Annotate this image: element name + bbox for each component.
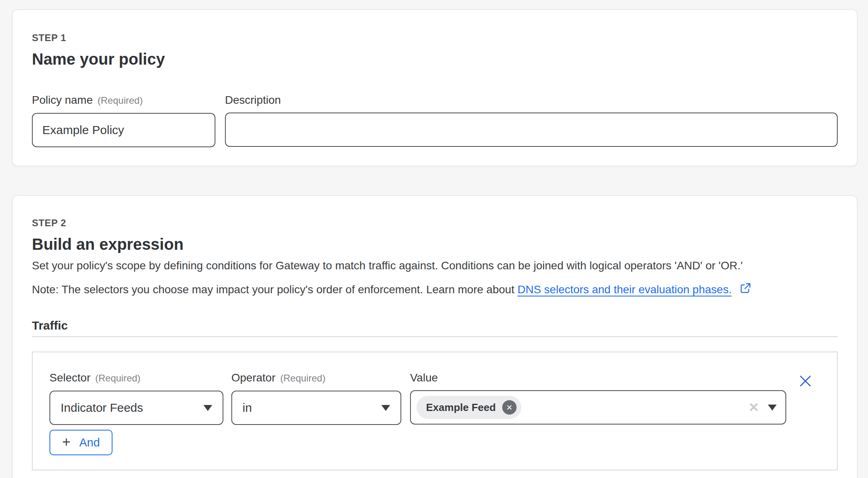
step2-note-prefix: Note: The selectors you choose may impac…: [32, 283, 517, 296]
selector-required-hint: (Required): [95, 373, 140, 383]
step2-label: STEP 2: [32, 217, 838, 229]
policy-name-required-hint: (Required): [98, 95, 143, 106]
operator-dropdown[interactable]: in: [231, 391, 401, 425]
step2-card: STEP 2 Build an expression Set your poli…: [12, 195, 858, 478]
external-link-icon: [739, 282, 752, 295]
selector-dropdown[interactable]: Indicator Feeds: [49, 391, 223, 425]
selector-field-group: Selector(Required) Indicator Feeds: [49, 371, 223, 425]
step2-intro: Set your policy's scope by defining cond…: [32, 259, 838, 273]
operator-required-hint: (Required): [280, 373, 326, 383]
operator-field-group: Operator(Required) in: [231, 371, 401, 425]
operator-label-row: Operator(Required): [231, 371, 401, 385]
add-and-condition-button[interactable]: + And: [49, 430, 112, 455]
chevron-down-icon: [768, 405, 777, 411]
step1-label: STEP 1: [32, 32, 838, 43]
description-input[interactable]: [225, 113, 838, 147]
policy-name-input[interactable]: [32, 113, 215, 147]
description-field-group: Description: [225, 94, 838, 147]
selector-label-row: Selector(Required): [49, 371, 223, 385]
step2-note: Note: The selectors you choose may impac…: [32, 282, 838, 296]
traffic-condition-box: Selector(Required) Indicator Feeds Opera…: [32, 352, 838, 470]
chevron-down-icon: [381, 405, 390, 411]
value-multiselect[interactable]: Example Feed ✕ ✕: [410, 390, 786, 425]
plus-icon: +: [62, 435, 71, 449]
value-tag: Example Feed ✕: [416, 396, 521, 419]
operator-dropdown-value: in: [243, 401, 252, 415]
policy-name-label: Policy name: [32, 94, 93, 106]
step1-fields-row: Policy name(Required) Description: [32, 94, 838, 147]
value-label: Value: [410, 371, 438, 384]
remove-tag-icon[interactable]: ✕: [502, 400, 517, 415]
description-label-row: Description: [225, 94, 838, 107]
value-tag-label: Example Feed: [426, 401, 496, 414]
value-label-row: Value: [410, 371, 786, 384]
step1-card: STEP 1 Name your policy Policy name(Requ…: [12, 9, 858, 166]
operator-label: Operator: [231, 371, 276, 384]
dns-selectors-link[interactable]: DNS selectors and their evaluation phase…: [517, 283, 732, 296]
policy-name-field-group: Policy name(Required): [32, 94, 215, 147]
step1-title: Name your policy: [32, 50, 838, 68]
traffic-heading: Traffic: [32, 319, 838, 332]
step2-title: Build an expression: [32, 235, 838, 253]
delete-condition-icon[interactable]: [798, 374, 813, 388]
and-button-label: And: [79, 436, 100, 449]
selector-label: Selector: [49, 371, 91, 384]
chevron-down-icon: [203, 405, 212, 411]
condition-row: Selector(Required) Indicator Feeds Opera…: [49, 371, 820, 425]
selector-dropdown-value: Indicator Feeds: [61, 401, 143, 415]
description-label: Description: [225, 94, 281, 106]
policy-name-label-row: Policy name(Required): [32, 94, 215, 107]
traffic-divider: [32, 336, 838, 337]
clear-values-icon[interactable]: ✕: [748, 400, 759, 415]
value-field-group: Value Example Feed ✕ ✕: [410, 371, 786, 425]
